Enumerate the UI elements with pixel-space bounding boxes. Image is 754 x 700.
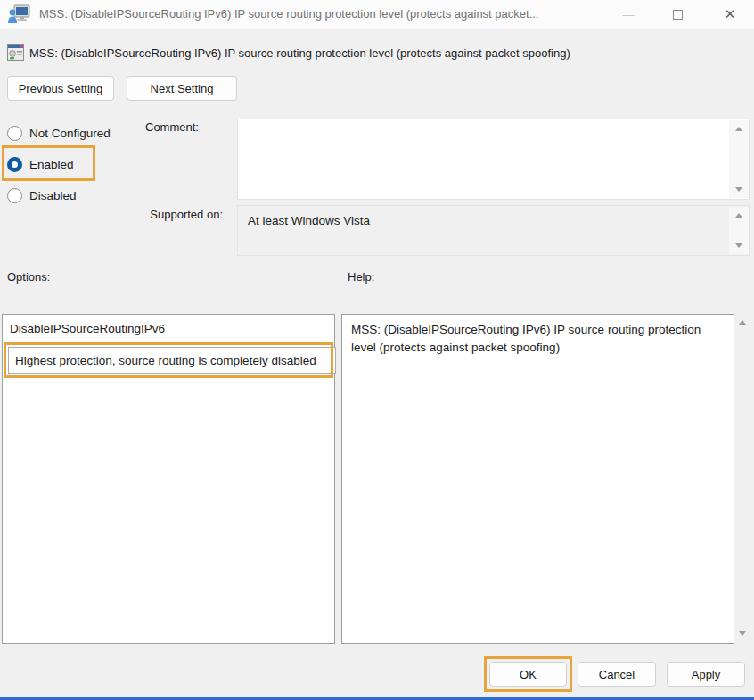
help-text: MSS: (DisableIPSourceRouting IPv6) IP so… xyxy=(351,321,725,357)
scroll-down-icon[interactable] xyxy=(735,243,742,248)
comment-scrollbar[interactable] xyxy=(729,120,749,198)
options-panel: DisableIPSourceRoutingIPv6 Highest prote… xyxy=(2,314,335,644)
radio-label: Enabled xyxy=(29,158,74,171)
ok-button[interactable]: OK xyxy=(489,662,567,687)
scroll-up-icon[interactable] xyxy=(735,127,742,131)
close-button[interactable]: ✕ xyxy=(709,0,750,29)
dropdown-selected-value: Highest protection, source routing is co… xyxy=(15,354,316,367)
help-scroll-up-icon[interactable] xyxy=(739,320,746,325)
supported-on-scrollbar[interactable] xyxy=(729,207,749,254)
comment-field xyxy=(237,119,750,200)
supported-on-value: At least Windows Vista xyxy=(248,214,370,227)
group-policy-computer-icon xyxy=(7,4,30,28)
help-scroll-down-icon[interactable] xyxy=(739,631,746,636)
setting-name: DisableIPSourceRoutingIPv6 xyxy=(10,322,165,335)
maximize-icon xyxy=(673,10,683,20)
comment-textarea[interactable] xyxy=(239,120,727,198)
radio-disabled[interactable]: Disabled xyxy=(7,186,77,204)
window-title: MSS: (DisableIPSourceRouting IPv6) IP so… xyxy=(39,7,574,23)
radio-circle-icon xyxy=(7,126,22,141)
apply-button[interactable]: Apply xyxy=(667,662,745,687)
help-label: Help: xyxy=(348,270,374,284)
policy-setting-icon xyxy=(7,44,24,63)
supported-on-field: At least Windows Vista xyxy=(237,205,750,256)
options-label: Options: xyxy=(7,270,50,284)
policy-setting-dialog: MSS: (DisableIPSourceRouting IPv6) IP so… xyxy=(0,0,754,700)
title-bar: MSS: (DisableIPSourceRouting IPv6) IP so… xyxy=(0,0,754,29)
radio-circle-checked-icon xyxy=(7,157,22,172)
protection-level-dropdown[interactable]: Highest protection, source routing is co… xyxy=(8,347,336,374)
maximize-button[interactable] xyxy=(657,0,698,29)
scroll-down-icon[interactable] xyxy=(735,187,742,192)
next-setting-button[interactable]: Next Setting xyxy=(127,76,237,101)
radio-not-configured[interactable]: Not Configured xyxy=(7,124,111,142)
radio-label: Not Configured xyxy=(29,127,111,140)
radio-circle-icon xyxy=(7,188,22,203)
radio-label: Disabled xyxy=(29,189,77,202)
previous-setting-button[interactable]: Previous Setting xyxy=(7,76,114,101)
minimize-button[interactable]: — xyxy=(608,0,649,29)
cancel-button[interactable]: Cancel xyxy=(578,662,656,687)
radio-enabled[interactable]: Enabled xyxy=(7,155,74,173)
scroll-up-icon[interactable] xyxy=(735,213,742,218)
supported-on-label: Supported on: xyxy=(98,208,223,221)
comment-label: Comment: xyxy=(145,120,199,134)
help-panel: MSS: (DisableIPSourceRouting IPv6) IP so… xyxy=(341,314,734,644)
policy-title: MSS: (DisableIPSourceRouting IPv6) IP so… xyxy=(29,46,742,60)
